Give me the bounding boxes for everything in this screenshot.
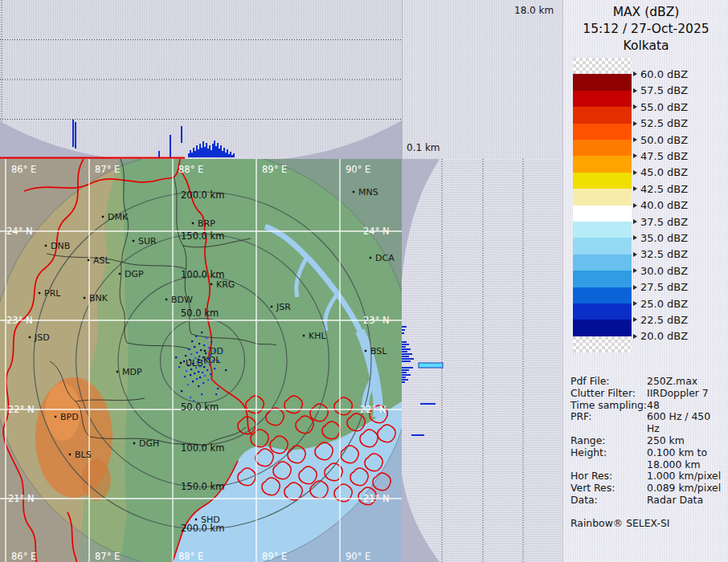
legend-tick-icon (633, 268, 637, 273)
metadata-value: Radar Data (647, 495, 725, 507)
lat-label: 24° N (363, 226, 390, 237)
legend-tick-icon (633, 88, 637, 93)
coverage-wedge (281, 120, 402, 159)
legend-label: 40.0 dBZ (633, 199, 688, 212)
echo-dot (215, 393, 217, 395)
metadata-row: Data:Radar Data (571, 495, 725, 507)
metadata-label: Height: (571, 447, 647, 471)
city-dot (192, 222, 194, 224)
metadata-row: Time sampling:48 (571, 400, 725, 412)
echo-bar (402, 372, 407, 373)
range-ring-label: 200.0 km (181, 189, 224, 201)
metadata-label: Clutter Filter: (571, 388, 647, 400)
legend-label: 30.0 dBZ (633, 264, 688, 277)
echo-dot (188, 348, 190, 350)
coverage-wedge (402, 159, 440, 279)
legend-label-text: 35.0 dBZ (640, 232, 688, 244)
lon-label: 86° E (11, 551, 36, 562)
echo-dot (194, 357, 196, 359)
city-label: DNB (51, 241, 70, 251)
echo-bar (209, 145, 211, 157)
echo-bar (402, 367, 413, 369)
legend-band (573, 91, 632, 107)
product-datetime: 15:12 / 27-Oct-2025 (563, 21, 728, 38)
metadata-value: 1.000 km/pixel (647, 470, 725, 483)
coverage-wedge (0, 121, 121, 159)
max-height-label: 18.0 km (514, 5, 554, 16)
legend-band (573, 189, 632, 205)
echo-bar (402, 379, 408, 381)
echo-dot (205, 352, 207, 354)
echo-dot (184, 376, 186, 377)
echo-dot (190, 397, 191, 398)
lat-label: 21° N (363, 493, 390, 504)
legend-tick-icon (633, 170, 637, 175)
legend-label-text: 60.0 dBZ (640, 68, 688, 80)
min-height-label: 0.1 km (407, 142, 440, 153)
echo-bar (225, 153, 227, 157)
city-label: DCA (375, 253, 395, 263)
echo-dot (175, 356, 177, 358)
echo-bar (212, 144, 214, 157)
city-label: BLS (75, 450, 92, 460)
echo-dot (193, 400, 194, 401)
legend-tick-icon (633, 252, 637, 257)
legend-label: 47.5 dBZ (633, 149, 688, 162)
metadata-footer: Rainbow® SELEX-SI (571, 518, 725, 530)
metadata-label: Pdf File: (571, 376, 647, 388)
range-ring-label: 50.0 km (181, 401, 219, 413)
echo-dot (183, 360, 185, 362)
city-label: JSD (34, 332, 50, 343)
echo-dot (202, 356, 204, 358)
echo-dot (202, 382, 204, 384)
echo-dot (221, 352, 223, 353)
lat-label: 21° N (8, 493, 35, 504)
echo-dot (198, 356, 200, 357)
echo-dot (195, 367, 197, 369)
lat-label: 23° N (6, 315, 33, 326)
city-dot (166, 299, 167, 300)
legend-label-text: 55.0 dBZ (640, 101, 688, 113)
map-panel: 86° E86° E87° E87° E88° E88° E89° E89° E… (0, 159, 402, 562)
echo-bar (220, 145, 222, 157)
echo-dot (185, 355, 186, 356)
legend-label-text: 47.5 dBZ (640, 150, 688, 162)
metadata-value: 0.100 km to 18.000 km (647, 447, 725, 471)
echo-bar (402, 369, 409, 371)
legend-label: 32.5 dBZ (633, 248, 688, 261)
echo-dot (201, 360, 202, 361)
legend-label: 27.5 dBZ (633, 281, 688, 294)
metadata-row: PRF:600 Hz / 450 Hz (571, 411, 725, 435)
metadata-row: Hor Res:1.000 km/pixel (571, 470, 725, 483)
echo-bar (204, 147, 206, 157)
legend-tick-icon (633, 121, 637, 126)
legend-band (573, 222, 632, 238)
legend-band (573, 58, 632, 74)
echo-dot (205, 362, 207, 364)
echo-bar (402, 351, 407, 352)
city-dot (195, 519, 197, 520)
city-label: MDP (122, 367, 142, 377)
metadata-value: 48 (647, 400, 725, 412)
echo-dot (203, 344, 205, 346)
echo-bar (75, 122, 76, 149)
echo-bar (196, 145, 198, 157)
range-ring-label: 50.0 km (181, 307, 219, 319)
metadata-row: Height:0.100 km to 18.000 km (571, 447, 725, 471)
legend-band (573, 140, 632, 156)
echo-dot (178, 366, 180, 368)
legend-header: MAX (dBZ) 15:12 / 27-Oct-2025 Kolkata (563, 4, 728, 55)
city-dot (353, 191, 354, 193)
echo-dot (181, 390, 182, 392)
legend-label-text: 27.5 dBZ (640, 281, 688, 293)
city-dot (365, 350, 366, 352)
echo-bar (402, 332, 404, 334)
echo-bar (402, 329, 405, 331)
echo-bar (170, 135, 171, 157)
echo-dot (201, 393, 202, 395)
city-dot (45, 245, 47, 246)
echo-dot (187, 364, 189, 366)
metadata-value: 250 km (647, 435, 725, 447)
echo-dot (204, 375, 206, 377)
legend-label: 57.5 dBZ (633, 84, 688, 97)
